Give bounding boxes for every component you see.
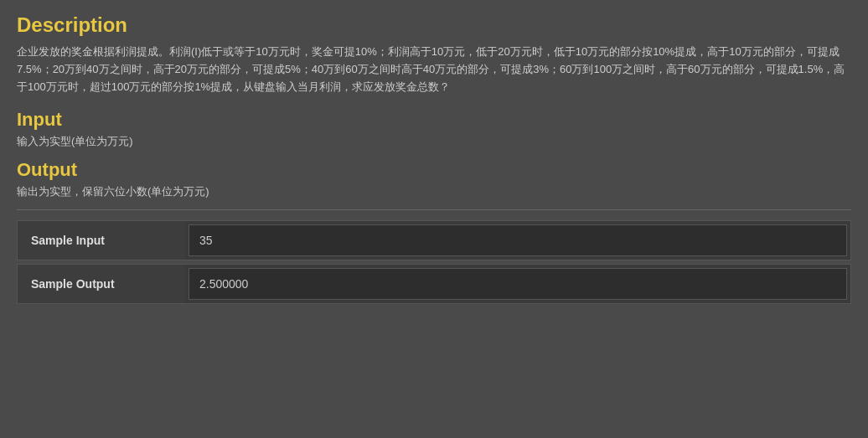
sample-input-row: Sample Input 35 [17,220,851,260]
sample-input-value: 35 [189,224,847,256]
input-title: Input [17,109,851,131]
main-container: Description 企业发放的奖金根据利润提成。利润(I)低于或等于10万元… [0,0,868,438]
sample-input-container: Sample Input 35 [18,221,850,260]
output-title: Output [17,159,851,181]
input-section: Input 输入为实型(单位为万元) [17,109,851,149]
sample-output-row: Sample Output 2.500000 [17,264,851,304]
sample-input-label: Sample Input [18,221,185,260]
description-title: Description [17,13,851,37]
section-divider [17,209,851,210]
description-section: Description 企业发放的奖金根据利润提成。利润(I)低于或等于10万元… [17,13,851,95]
output-section: Output 输出为实型，保留六位小数(单位为万元) [17,159,851,199]
sample-output-container: Sample Output 2.500000 [18,265,850,303]
sample-output-label: Sample Output [18,265,185,303]
output-subtitle: 输出为实型，保留六位小数(单位为万元) [17,184,851,199]
sample-output-value: 2.500000 [189,268,847,300]
input-subtitle: 输入为实型(单位为万元) [17,134,851,149]
description-text: 企业发放的奖金根据利润提成。利润(I)低于或等于10万元时，奖金可提10%；利润… [17,44,851,95]
